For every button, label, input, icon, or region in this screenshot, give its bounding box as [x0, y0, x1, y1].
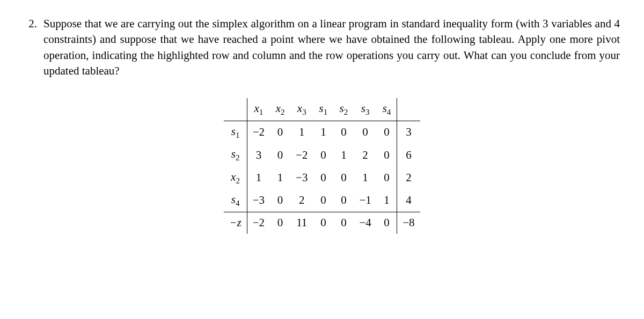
col-header-x3: x3 — [290, 98, 313, 121]
cell: 0 — [313, 167, 333, 189]
cell: 2 — [354, 144, 376, 166]
cell: 0 — [377, 167, 397, 189]
tableau-row-s1: s1 −2 0 1 1 0 0 0 3 — [224, 121, 420, 144]
cell: −2 — [290, 144, 313, 166]
cell: 0 — [313, 144, 333, 166]
tableau-header-row: x1 x2 x3 s1 s2 s3 s4 — [224, 98, 420, 121]
row-head-s4: s4 — [224, 189, 247, 212]
simplex-tableau: x1 x2 x3 s1 s2 s3 s4 s1 −2 0 1 1 0 0 0 3… — [224, 98, 420, 234]
cell: 0 — [270, 212, 290, 234]
tableau-row-s4: s4 −3 0 2 0 0 −1 1 4 — [224, 189, 420, 212]
cell: 0 — [270, 189, 290, 212]
cell: −2 — [247, 212, 270, 234]
row-head-x2: x2 — [224, 167, 247, 189]
cell: 3 — [247, 144, 270, 166]
cell: 0 — [313, 212, 333, 234]
rhs: 3 — [397, 121, 420, 144]
cell: 0 — [313, 189, 333, 212]
cell: 0 — [377, 212, 397, 234]
cell: −4 — [354, 212, 376, 234]
rhs: 6 — [397, 144, 420, 166]
cell: 0 — [333, 189, 354, 212]
problem-text: Suppose that we are carrying out the sim… — [43, 16, 620, 79]
cell: 1 — [290, 121, 313, 144]
cell: 1 — [270, 167, 290, 189]
col-header-x1: x1 — [247, 98, 270, 121]
col-header-s2: s2 — [333, 98, 354, 121]
tableau-row-s2: s2 3 0 −2 0 1 2 0 6 — [224, 144, 420, 166]
problem-number: 2. — [24, 16, 37, 32]
col-header-s3: s3 — [354, 98, 376, 121]
cell: 0 — [333, 121, 354, 144]
cell: 0 — [377, 121, 397, 144]
col-header-s4: s4 — [377, 98, 397, 121]
cell: −2 — [247, 121, 270, 144]
col-header-rhs — [397, 98, 420, 121]
cell: −1 — [354, 189, 376, 212]
row-head-s1: s1 — [224, 121, 247, 144]
cell: −3 — [247, 189, 270, 212]
cell: 2 — [290, 189, 313, 212]
cell: 0 — [270, 121, 290, 144]
cell: −3 — [290, 167, 313, 189]
cell: 0 — [333, 212, 354, 234]
cell: 0 — [270, 144, 290, 166]
cell: 1 — [333, 144, 354, 166]
tableau-row-objective: −z −2 0 11 0 0 −4 0 −8 — [224, 212, 420, 234]
header-corner — [224, 98, 247, 121]
cell: 1 — [354, 167, 376, 189]
cell: 11 — [290, 212, 313, 234]
col-header-s1: s1 — [313, 98, 333, 121]
cell: 1 — [313, 121, 333, 144]
row-head-obj: −z — [224, 212, 247, 234]
cell: 1 — [377, 189, 397, 212]
tableau-row-x2: x2 1 1 −3 0 0 1 0 2 — [224, 167, 420, 189]
rhs: 2 — [397, 167, 420, 189]
cell: 0 — [377, 144, 397, 166]
cell: 1 — [247, 167, 270, 189]
cell: 0 — [333, 167, 354, 189]
col-header-x2: x2 — [270, 98, 290, 121]
row-head-s2: s2 — [224, 144, 247, 166]
cell: 0 — [354, 121, 376, 144]
tableau-container: x1 x2 x3 s1 s2 s3 s4 s1 −2 0 1 1 0 0 0 3… — [24, 98, 620, 234]
rhs: 4 — [397, 189, 420, 212]
rhs: −8 — [397, 212, 420, 234]
